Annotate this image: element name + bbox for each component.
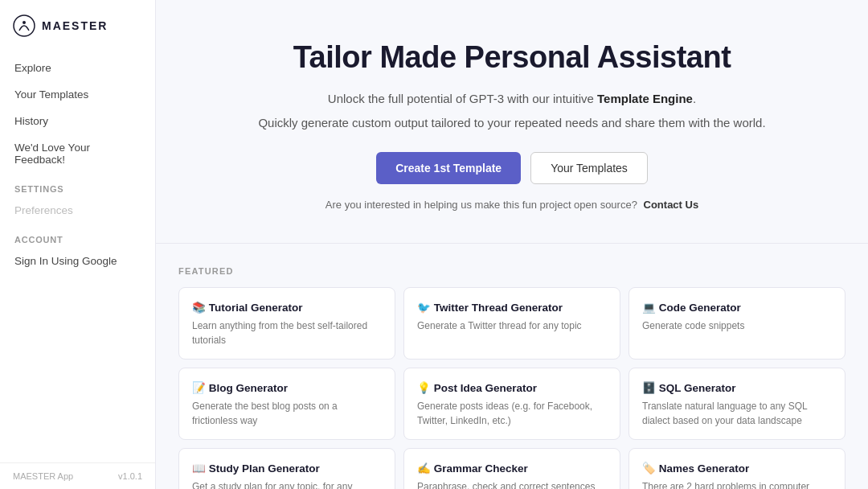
sidebar-item-sign-in-google[interactable]: Sign In Using Google [0,248,155,274]
logo-icon [13,14,35,37]
card-icon: 📖 [192,462,209,475]
sidebar-nav: Explore Your Templates History We'd Love… [0,48,155,462]
featured-card[interactable]: 🐦 Twitter Thread Generator Generate a Tw… [403,287,620,360]
card-desc: Generate the best blog posts on a fricti… [192,399,382,428]
card-icon: 🏷️ [642,462,659,475]
your-templates-button[interactable]: Your Templates [530,152,648,184]
hero-buttons: Create 1st Template Your Templates [188,152,836,184]
featured-card[interactable]: 📖 Study Plan Generator Get a study plan … [178,448,395,489]
card-title: 📚 Tutorial Generator [192,301,382,314]
card-icon: 🐦 [417,302,434,314]
account-section-label: ACCOUNT [0,224,155,248]
featured-card[interactable]: 🗄️ SQL Generator Translate natural langu… [628,368,845,440]
featured-card[interactable]: ✍️ Grammar Checker Paraphrase, check and… [403,448,620,489]
card-title: 📖 Study Plan Generator [192,462,382,475]
sidebar-footer: MAESTER App v1.0.1 [0,462,155,489]
card-desc: Paraphrase, check and correct sentences [417,479,607,489]
hero-subtitle-2: Quickly generate custom output tailored … [188,113,836,133]
hero-subtitle-plain: Unlock the full potential of GPT-3 with … [328,92,597,105]
card-desc: Learn anything from the best self-tailor… [192,318,382,347]
hero-title: Tailor Made Personal Assistant [188,40,836,75]
footer-version: v1.0.1 [118,471,142,481]
featured-card[interactable]: 📚 Tutorial Generator Learn anything from… [178,287,395,360]
featured-card[interactable]: 📝 Blog Generator Generate the best blog … [178,368,395,440]
sidebar-item-preferences: Preferences [0,197,155,224]
card-desc: There are 2 hard problems in computer sc… [642,479,832,489]
hero-subtitle-end: . [693,92,696,105]
featured-card[interactable]: 💻 Code Generator Generate code snippets [628,287,845,360]
footer-app-name: MAESTER App [13,471,73,481]
open-source-text: Are you interested in helping us make th… [188,199,836,211]
featured-card[interactable]: 🏷️ Names Generator There are 2 hard prob… [628,448,845,489]
card-desc: Generate code snippets [642,318,832,333]
card-desc: Generate posts ideas (e.g. for Facebook,… [417,399,607,428]
card-icon: 📝 [192,382,209,394]
card-desc: Translate natural language to any SQL di… [642,399,832,428]
hero-subtitle-bold: Template Engine [597,92,693,105]
card-icon: 🗄️ [642,382,659,394]
contact-us-link[interactable]: Contact Us [644,199,699,211]
settings-section-label: SETTINGS [0,173,155,197]
sidebar: MAESTER Explore Your Templates History W… [0,0,156,489]
logo-text: MAESTER [42,19,108,32]
sidebar-item-feedback[interactable]: We'd Love Your Feedback! [0,134,155,173]
svg-point-1 [23,21,26,24]
card-title: 🏷️ Names Generator [642,462,832,475]
logo: MAESTER [0,0,155,48]
hero-subtitle-1: Unlock the full potential of GPT-3 with … [188,89,836,109]
open-source-plain: Are you interested in helping us make th… [326,199,637,211]
create-template-button[interactable]: Create 1st Template [376,152,521,184]
card-title: ✍️ Grammar Checker [417,462,607,475]
hero-section: Tailor Made Personal Assistant Unlock th… [156,0,868,244]
card-title: 📝 Blog Generator [192,381,382,394]
card-desc: Generate a Twitter thread for any topic [417,318,607,333]
card-title: 🗄️ SQL Generator [642,381,832,394]
sidebar-item-your-templates[interactable]: Your Templates [0,81,155,108]
featured-card[interactable]: 💡 Post Idea Generator Generate posts ide… [403,368,620,440]
card-icon: 💡 [417,382,434,394]
featured-section: FEATURED 📚 Tutorial Generator Learn anyt… [156,244,868,489]
main-content: Tailor Made Personal Assistant Unlock th… [156,0,868,489]
card-icon: 💻 [642,302,659,314]
sidebar-item-explore[interactable]: Explore [0,55,155,81]
card-icon: ✍️ [417,462,434,475]
sidebar-item-history[interactable]: History [0,108,155,134]
card-desc: Get a study plan for any topic, for any … [192,479,382,489]
card-title: 💡 Post Idea Generator [417,381,607,394]
cards-grid: 📚 Tutorial Generator Learn anything from… [178,287,845,489]
card-title: 🐦 Twitter Thread Generator [417,301,607,314]
card-title: 💻 Code Generator [642,301,832,314]
card-icon: 📚 [192,302,209,314]
featured-label: FEATURED [178,266,845,276]
